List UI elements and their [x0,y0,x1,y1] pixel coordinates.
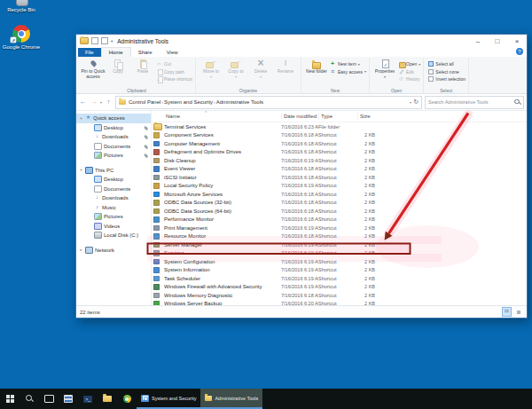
file-row-microsoft-azure-services[interactable]: Microsoft Azure Services7/16/2016 6:18 A… [152,190,527,199]
taskbar-pinned-powershell[interactable] [78,389,98,409]
file-row-terminal-services[interactable]: Terminal Services7/16/2016 6:23 AMFile f… [152,122,527,131]
sidebar-item-pictures[interactable]: Pictures [76,151,151,161]
file-row-task-scheduler[interactable]: Task Scheduler7/16/2016 6:19 AMShortcut2… [152,274,527,283]
move-to-button[interactable]: Move to▾ [199,59,223,78]
file-row-system-configuration[interactable]: System Configuration7/16/2016 6:19 AMSho… [152,257,527,266]
desktop-icon-recycle-bin[interactable]: Recycle Bin [1,0,42,13]
chevron-down-icon[interactable]: ▾ [79,168,83,172]
chevron-right-icon[interactable]: ▸ [79,248,83,252]
new-item-button[interactable]: New item▾ [331,61,366,67]
select-none-button[interactable]: Select none [428,69,466,75]
file-row-disk-cleanup[interactable]: Disk Cleanup7/16/2016 6:19 AMShortcut2 K… [152,156,527,165]
sidebar-item-videos[interactable]: Videos [76,222,151,232]
file-row-odbc-data-sources-64-bit[interactable]: ODBC Data Sources (64-bit)7/16/2016 6:18… [152,207,527,216]
file-row-local-security-policy[interactable]: Local Security Policy7/16/2016 6:19 AMSh… [152,182,527,191]
edit-button[interactable]: Edit [399,69,420,75]
sidebar-item-local-disk-c[interactable]: Local Disk (C:) [76,231,151,240]
cut-button[interactable]: Cut [157,61,192,67]
search-box[interactable] [425,96,524,109]
title-bar[interactable]: ▾ Administrative Tools – □ × [76,35,527,47]
search-button[interactable] [20,389,39,409]
desktop-icon-google-chrome[interactable]: ↗Google Chrome [1,25,42,51]
search-input[interactable] [428,99,512,105]
up-icon[interactable]: ↑ [105,98,113,106]
column-header-name[interactable]: Name [164,113,281,120]
close-button[interactable]: × [507,35,527,47]
column-header-date-modified[interactable]: Date modified [281,113,318,120]
file-row-performance-monitor[interactable]: Performance Monitor7/16/2016 6:18 AMShor… [152,216,527,224]
customize-toolbar-icon[interactable]: ▾ [111,39,113,43]
column-header-type[interactable]: Type [318,113,357,120]
sidebar-item-pictures[interactable]: Pictures [76,212,151,222]
tab-view[interactable]: View [160,48,185,57]
sidebar-item-desktop[interactable]: Desktop [76,175,151,185]
paste-shortcut-button[interactable]: Paste shortcut [157,76,192,82]
file-row-print-management[interactable]: Print Management7/16/2016 6:19 AMShortcu… [152,224,527,232]
address-box[interactable]: Control Panel›System and Security›Admini… [115,96,422,109]
open-button[interactable]: Open▾ [399,61,420,67]
tab-share[interactable]: Share [131,48,160,57]
copy-path-button[interactable]: Copy path [157,69,192,75]
rename-button[interactable]: Rename [273,59,298,75]
sidebar-item-music[interactable]: Music [76,203,151,213]
taskbar-pinned-chrome[interactable] [117,389,137,409]
select-all-button[interactable]: Select all [428,61,466,67]
tab-file[interactable]: File [78,48,101,57]
details-view-button[interactable] [502,307,512,317]
breadcrumb-segment-system-and-security[interactable]: System and Security [163,99,214,105]
file-row-resource-monitor[interactable]: Resource Monitor7/16/2016 6:18 AMShortcu… [152,232,527,241]
sidebar-item-this-pc[interactable]: ▾This PC [76,166,151,176]
invert-selection-button[interactable]: Invert selection [428,76,466,82]
forward-icon[interactable]: → [90,98,98,106]
taskbar-window-administrative-tools[interactable]: Administrative Tools [200,389,262,409]
properties-button[interactable]: Properties▾ [372,59,397,78]
paste-button[interactable]: Paste [130,59,155,75]
properties-quick-icon[interactable] [91,37,98,44]
file-row-server-manager[interactable]: Server Manager7/16/2016 6:19 AMShortcut2… [152,240,527,249]
address-dropdown-icon[interactable]: ▾ [410,100,411,105]
breadcrumb-segment-control-panel[interactable]: Control Panel [128,99,161,105]
file-row-windows-firewall-with-advanced-security[interactable]: Windows Firewall with Advanced Security7… [152,283,527,292]
file-row-component-services[interactable]: Component Services7/16/2016 6:18 AMShort… [152,131,527,140]
refresh-icon[interactable]: ↻ [413,98,419,106]
column-header-size[interactable]: Size [357,113,377,120]
delete-button[interactable]: Delete▾ [248,59,273,78]
taskbar-pinned-server-manager[interactable] [59,389,78,409]
file-row-event-viewer[interactable]: Event Viewer7/16/2016 6:18 AMShortcut2 K… [152,165,527,174]
easy-access-button[interactable]: Easy access▾ [331,69,366,75]
pin-to-quick-access-button[interactable]: Pin to Quick access [81,59,106,79]
file-row-odbc-data-sources-32-bit[interactable]: ODBC Data Sources (32-bit)7/16/2016 6:18… [152,199,527,208]
taskbar-window-system-and-security[interactable]: System and Security [137,389,200,409]
task-view-button[interactable] [39,389,59,409]
breadcrumb-segment-administrative-tools[interactable]: Administrative Tools [215,99,264,105]
history-button[interactable]: History [399,76,420,82]
recent-locations-icon[interactable]: ▾ [100,100,102,105]
taskbar-pinned-file-explorer[interactable] [98,389,117,409]
file-row-iscsi-initiator[interactable]: iSCSI Initiator7/16/2016 6:18 AMShortcut… [152,173,527,182]
new-folder-quick-icon[interactable] [101,37,108,44]
sidebar-item-downloads[interactable]: Downloads [76,193,151,203]
start-button[interactable] [0,389,20,409]
sidebar-item-quick-access[interactable]: ▾Quick access [76,114,151,123]
file-row-windows-memory-diagnostic[interactable]: Windows Memory Diagnostic7/16/2016 6:18 … [152,291,527,300]
sidebar-item-downloads[interactable]: Downloads [76,132,151,142]
file-row-services[interactable]: Services7/16/2016 6:19 AMShortcut2 KB [152,249,527,258]
new-folder-button[interactable]: New folder [304,59,329,75]
copy-to-button[interactable]: Copy to▾ [223,59,248,78]
file-row-windows-server-backup[interactable]: Windows Server Backup7/16/2016 6:20 AMSh… [152,300,527,306]
maximize-button[interactable]: □ [488,35,507,47]
file-row-computer-management[interactable]: Computer Management7/16/2016 6:18 AMShor… [152,139,527,148]
sidebar-item-documents[interactable]: Documents [76,142,151,152]
file-row-defragment-and-optimize-drives[interactable]: Defragment and Optimize Drives7/16/2016 … [152,148,527,157]
file-row-system-information[interactable]: System Information7/16/2016 6:19 AMShort… [152,266,527,275]
tab-home[interactable]: Home [101,47,131,57]
back-icon[interactable]: ← [79,98,87,106]
copy-button[interactable]: Copy [106,59,130,75]
chevron-down-icon[interactable]: ▾ [79,116,83,121]
sidebar-item-desktop[interactable]: Desktop [76,123,151,133]
sidebar-item-network[interactable]: ▸Network [76,246,151,256]
minimize-button[interactable]: – [468,35,488,47]
thumbnails-view-button[interactable] [513,307,523,317]
help-icon[interactable]: ? [516,48,523,55]
sidebar-item-documents[interactable]: Documents [76,185,151,194]
